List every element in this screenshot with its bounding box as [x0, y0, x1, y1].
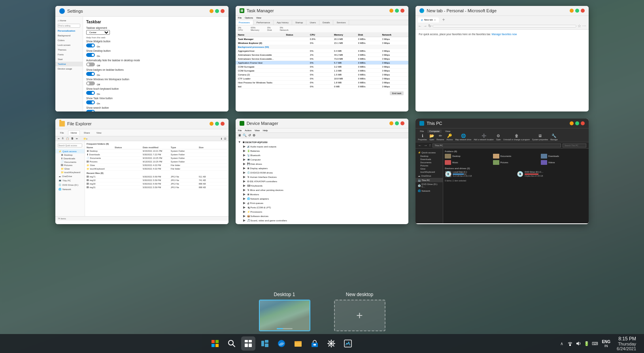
thispc-btn-open2[interactable]: ⚙Open	[496, 134, 501, 141]
explorer-delete-btn[interactable]: 🗑	[71, 137, 74, 140]
thispc-nav-dvd[interactable]: 💿 DVD Drive (D:) C...	[415, 182, 443, 189]
settings-widgets-toggle[interactable]	[86, 43, 95, 47]
settings-nav-taskbar[interactable]: Taskbar	[55, 62, 83, 66]
thispc-btn-open[interactable]: 📂Open	[429, 134, 434, 141]
devicemanager-window[interactable]: Device Manager File Action View Help 🖥 🔍…	[236, 119, 409, 224]
thispc-drive-c[interactable]: 💽 Local Disk (C:) 41.9 GB free of 38.2 G…	[445, 171, 515, 177]
devman-bluetooth[interactable]: ▶📡 Bluetooth	[238, 153, 406, 157]
taskbar-settings-btn[interactable]	[324, 336, 338, 351]
edge-tab-close[interactable]: ×	[434, 18, 436, 22]
tray-chevron-icon[interactable]: ∧	[558, 340, 565, 347]
devman-ide[interactable]: ▶⚙ IDE ATA/ATAPI controllers	[238, 179, 406, 183]
thispc-max-btn[interactable]	[575, 121, 579, 125]
tray-language-indicator[interactable]: ENG IN	[600, 339, 612, 349]
explorer-cut-btn[interactable]: ✂	[58, 137, 60, 140]
explorer-min-btn[interactable]	[210, 122, 213, 126]
taskmanager-row-antimalware1[interactable]: Antimalware Service Executable2%44.2 MB0…	[236, 53, 409, 57]
taskmanager-row-lsid[interactable]: lsid0%0 MB0 MB/s0 Mbps	[236, 85, 409, 89]
thispc-folder-downloads[interactable]: Downloads	[541, 154, 587, 159]
thispc-back-btn[interactable]: ←	[418, 143, 422, 147]
desktop-1-group[interactable]: Desktop 1	[259, 292, 310, 331]
explorer-properties-btn[interactable]: ℹ	[221, 137, 222, 140]
thispc-folder-videos[interactable]: Videos	[541, 160, 587, 165]
explorer-row-img30[interactable]: 🖼 img305/30/2021 5:59 PMJPG File888 KB	[87, 182, 227, 186]
taskmanager-tab-users[interactable]: Users	[306, 20, 319, 25]
taskbar-store-btn[interactable]	[308, 336, 322, 351]
taskbar-clock[interactable]: 8:15 PM Thursday 6/24/2021	[614, 335, 639, 352]
thispc-btn-system[interactable]: 🖥System properties	[532, 134, 548, 141]
edge-forward-btn[interactable]: →	[423, 24, 427, 28]
devman-tb-icon2[interactable]: 🔍	[243, 134, 247, 137]
thispc-btn-rename[interactable]: ✏Rename	[436, 134, 444, 141]
edge-back-btn[interactable]: ←	[418, 24, 422, 28]
explorer-nav-desktop[interactable]: 🖥 Desktop	[55, 153, 85, 157]
thispc-up-btn[interactable]: ↑	[429, 143, 431, 147]
explorer-nav-touchkeyboard[interactable]: 📁 touchKeyboard	[55, 170, 85, 174]
thispc-nav-onedrive[interactable]: ☁ OneDrive	[415, 174, 443, 178]
settings-max-btn[interactable]	[215, 9, 219, 13]
explorer-close-btn[interactable]	[221, 122, 225, 126]
devman-sound[interactable]: ▶🎵 Sound, video and game controllers	[238, 218, 406, 223]
taskmanager-row-aggregator[interactable]: AggregatorHost0%0.4 MB0 MB/s0 Mbps	[236, 49, 409, 53]
explorer-paste-btn[interactable]: 📋	[66, 137, 69, 140]
thispc-nav-pictures[interactable]: Pictures	[419, 164, 443, 167]
new-desktop-group[interactable]: New desktop +	[334, 292, 385, 331]
settings-nav-start[interactable]: Start	[55, 57, 83, 62]
taskbar-search-btn[interactable]	[225, 336, 239, 351]
taskmanager-max-btn[interactable]	[395, 9, 399, 13]
explorer-search-input[interactable]	[58, 143, 82, 147]
thispc-close-btn[interactable]	[581, 121, 585, 125]
taskmanager-row-comsurrogate1[interactable]: COM Surrogate0%3.2 MB0 MB/s0 Mbps	[236, 65, 409, 69]
tray-network-icon[interactable]	[567, 340, 574, 347]
thispc-drive-d[interactable]: 💿 DVD Drive (D:) C... 0 bytes free of 4.…	[517, 171, 587, 177]
settings-nav-themes[interactable]: Themes	[55, 47, 83, 52]
thispc-forward-btn[interactable]: →	[423, 143, 427, 147]
taskmanager-row-hostprocess[interactable]: Host Process for Windows Tasks0%1.8 MB0 …	[236, 81, 409, 85]
edge-close-btn[interactable]	[581, 9, 585, 13]
devman-tb-icon3[interactable]: ↺	[248, 134, 251, 137]
thispc-btn-properties[interactable]: ℹProperties	[418, 134, 427, 141]
explorer-row-pictures[interactable]: 🖼 Pictures9/13/2021 10:25 PMSystem Folde…	[87, 160, 227, 164]
devman-menu-help[interactable]: Help	[263, 129, 268, 132]
taskmanager-row-comsurrogate2[interactable]: COM Surrogate0%1.3 MB0 MB/s0 Mbps	[236, 69, 409, 73]
thispc-nav-downloads[interactable]: Downloads	[419, 158, 443, 161]
settings-nav-home[interactable]: ⌂ Home	[55, 18, 83, 23]
explorer-selectall-btn[interactable]: ☑	[224, 137, 226, 140]
settings-badges-toggle[interactable]	[86, 72, 95, 76]
settings-alignment-select[interactable]: CenterLeft	[86, 30, 110, 35]
explorer-copy-btn[interactable]: ⎘	[62, 137, 64, 140]
edge-max-btn[interactable]	[575, 9, 579, 13]
taskmanager-tab-processes[interactable]: Processes	[236, 20, 253, 25]
thispc-btn-manage[interactable]: 🔧Manage	[550, 134, 557, 141]
settings-window[interactable]: Settings ⌂ Home Personalization Backgrou…	[55, 6, 229, 111]
thispc-nav-touchkeyboard[interactable]: touchKeyboard	[419, 170, 443, 174]
explorer-row-desktop[interactable]: 🖥 Desktop9/15/2021 10:21 PMSystem Folder	[87, 149, 227, 153]
devman-tb-icon1[interactable]: 🖥	[238, 134, 241, 137]
taskbar-explorer-btn[interactable]	[291, 336, 305, 351]
taskmanager-row-ctfloader[interactable]: CTF Loader0%18.8 MB0 MB/s0 Mbps	[236, 77, 409, 81]
explorer-nav-dvd[interactable]: 💿 DVD Drive (D:)	[55, 183, 85, 187]
explorer-window[interactable]: File Explorer File Home Share View ✂ ⎘ 📋	[55, 119, 229, 224]
devman-mice[interactable]: ▶🖱 Mice and other pointing devices	[238, 188, 406, 192]
thispc-search-input[interactable]	[563, 143, 586, 147]
thispc-ribbon-view[interactable]: View	[443, 130, 452, 133]
settings-nav-colors[interactable]: Colors	[55, 38, 83, 43]
settings-nav-lockscreen[interactable]: Lock screen	[55, 43, 83, 47]
explorer-rename-btn[interactable]: ✏	[76, 137, 78, 140]
explorer-nav-glow[interactable]: 📁 Glow	[55, 167, 85, 170]
taskbar-widgets-btn[interactable]	[258, 336, 272, 351]
tray-battery-icon[interactable]: 🔋	[583, 340, 590, 347]
devman-storage[interactable]: ▶💽 Storage controllers	[238, 223, 406, 223]
devman-processors[interactable]: ▶⚡ Processors	[238, 210, 406, 214]
devman-dvd[interactable]: ▶💿 DVD/CD-ROM drives	[238, 170, 406, 175]
thispc-btn-uninstall[interactable]: 🗑Uninstall or change a program	[503, 134, 530, 141]
explorer-row-img71[interactable]: 🖼 img715/30/2021 5:59 PMJPG File511 KB	[87, 175, 227, 179]
taskmanager-tab-details[interactable]: Details	[319, 20, 333, 25]
thispc-btn-addnetwork[interactable]: ➕Add a network location	[474, 134, 494, 141]
taskmanager-menu-file[interactable]: File	[238, 17, 242, 19]
desktop-1-preview[interactable]	[259, 300, 310, 331]
thispc-nav-glow[interactable]: Glow	[419, 167, 443, 170]
settings-nav-fonts[interactable]: Fonts	[55, 52, 83, 57]
edge-refresh-btn[interactable]: ↻	[428, 24, 431, 28]
settings-search-input[interactable]	[58, 24, 80, 28]
